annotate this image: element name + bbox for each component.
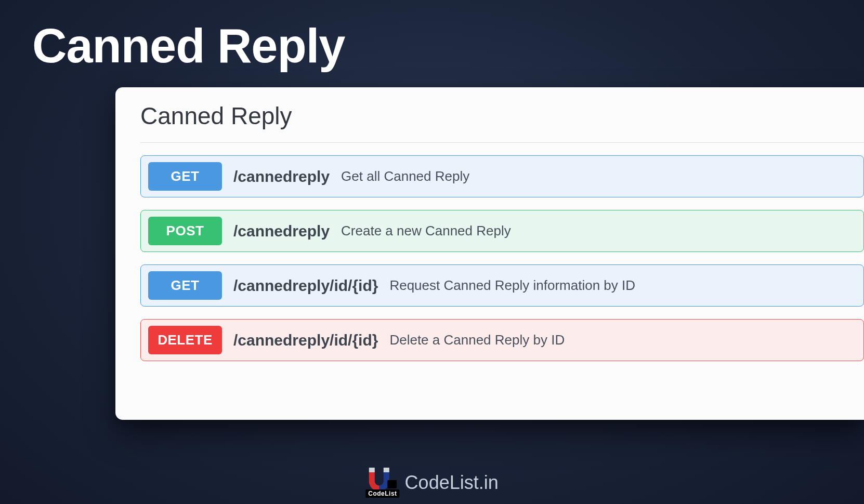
brand-sub-label: CodeList xyxy=(365,489,399,498)
endpoint-row[interactable]: DELETE /cannedreply/id/{id} Delete a Can… xyxy=(140,319,864,361)
endpoint-path: /cannedreply xyxy=(233,168,330,185)
footer-brand: CodeList CodeList.in xyxy=(365,468,498,498)
endpoint-path: /cannedreply/id/{id} xyxy=(233,277,378,295)
method-badge-post: POST xyxy=(148,217,222,245)
method-badge-get: GET xyxy=(148,162,222,191)
api-panel: Canned Reply GET /cannedreply Get all Ca… xyxy=(115,87,864,420)
endpoint-description: Create a new Canned Reply xyxy=(341,223,511,239)
endpoint-row[interactable]: POST /cannedreply Create a new Canned Re… xyxy=(140,210,864,252)
divider xyxy=(140,142,864,143)
endpoint-description: Get all Canned Reply xyxy=(341,168,469,184)
endpoint-path: /cannedreply xyxy=(233,222,330,240)
panel-heading: Canned Reply xyxy=(140,102,864,130)
endpoint-row[interactable]: GET /cannedreply Get all Canned Reply xyxy=(140,155,864,197)
method-badge-get: GET xyxy=(148,271,222,300)
page-title: Canned Reply xyxy=(32,19,345,73)
endpoint-path: /cannedreply/id/{id} xyxy=(233,331,378,349)
brand-logo: CodeList xyxy=(365,468,399,498)
svg-rect-0 xyxy=(369,468,374,472)
endpoint-row[interactable]: GET /cannedreply/id/{id} Request Canned … xyxy=(140,264,864,307)
magnet-icon xyxy=(369,468,397,492)
svg-rect-1 xyxy=(383,468,389,472)
endpoint-description: Delete a Canned Reply by ID xyxy=(389,332,565,348)
method-badge-delete: DELETE xyxy=(148,326,222,354)
svg-rect-2 xyxy=(387,480,397,488)
endpoint-description: Request Canned Reply information by ID xyxy=(389,277,635,294)
brand-text: CodeList.in xyxy=(405,472,499,494)
